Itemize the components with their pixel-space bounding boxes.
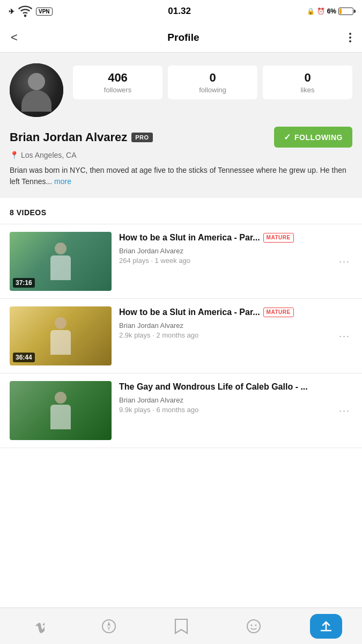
stats-row: 406 followers 0 following 0 likes bbox=[73, 65, 352, 99]
nav-bar: < Profile bbox=[0, 23, 362, 53]
video-item[interactable]: 36:44 How to be a Slut in America - Par.… bbox=[0, 299, 362, 374]
profile-top: 406 followers 0 following 0 likes bbox=[10, 63, 352, 117]
following-label: following bbox=[175, 86, 250, 94]
page-title: Profile bbox=[167, 32, 199, 43]
alarm-icon: ⏰ bbox=[317, 8, 325, 15]
videos-section: 8 VIDEOS 37:16 How to be a Slut in Ameri… bbox=[0, 198, 362, 448]
bottom-nav bbox=[0, 608, 362, 644]
face-icon bbox=[246, 618, 262, 634]
videos-header: 8 VIDEOS bbox=[0, 198, 362, 224]
video-more-button[interactable]: ··· bbox=[337, 328, 352, 344]
profile-location: 📍 Los Angeles, CA bbox=[10, 151, 352, 159]
wifi-icon bbox=[18, 3, 33, 20]
svg-marker-3 bbox=[107, 626, 110, 631]
video-info: How to be a Slut in America - Par... MAT… bbox=[119, 232, 329, 265]
battery-percent: 6% bbox=[327, 8, 336, 15]
svg-point-0 bbox=[25, 15, 26, 16]
stat-following[interactable]: 0 following bbox=[168, 65, 257, 99]
battery-icon bbox=[338, 8, 353, 15]
status-time: 01.32 bbox=[168, 6, 191, 17]
video-author: Brian Jordan Alvarez bbox=[119, 396, 329, 404]
video-thumbnail: 37:16 bbox=[10, 232, 112, 291]
video-author: Brian Jordan Alvarez bbox=[119, 247, 329, 255]
nav-library-button[interactable] bbox=[165, 613, 197, 640]
video-meta: 2.9k plays · 2 months ago bbox=[119, 331, 329, 339]
profile-bio: Brian was born in NYC, then moved at age… bbox=[10, 165, 352, 187]
location-pin-icon: 📍 bbox=[10, 151, 19, 159]
following-button[interactable]: ✓ FOLLOWING bbox=[274, 127, 352, 148]
following-count: 0 bbox=[175, 71, 250, 85]
video-info: How to be a Slut in America - Par... MAT… bbox=[119, 306, 329, 339]
bookmark-icon bbox=[174, 618, 188, 634]
compass-icon bbox=[101, 618, 117, 634]
airplane-icon: ✈ bbox=[9, 8, 14, 16]
video-duration: 37:16 bbox=[13, 278, 35, 288]
profile-name: Brian Jordan Alvarez bbox=[10, 130, 127, 144]
video-item[interactable]: 37:16 How to be a Slut in America - Par.… bbox=[0, 224, 362, 299]
nav-profile-button[interactable] bbox=[238, 613, 270, 640]
nav-explore-button[interactable] bbox=[93, 613, 125, 640]
bio-more-link[interactable]: more bbox=[54, 177, 71, 186]
video-meta: 9.9k plays · 6 months ago bbox=[119, 406, 329, 414]
svg-point-6 bbox=[255, 624, 256, 626]
profile-name-row: Brian Jordan Alvarez PRO ✓ FOLLOWING bbox=[10, 127, 352, 148]
stat-followers[interactable]: 406 followers bbox=[73, 65, 162, 99]
video-info: The Gay and Wondrous Life of Caleb Gallo… bbox=[119, 381, 329, 414]
mature-badge: MATURE bbox=[263, 308, 294, 317]
location-text: Los Angeles, CA bbox=[21, 151, 77, 159]
more-button[interactable] bbox=[349, 30, 351, 46]
likes-label: likes bbox=[270, 86, 345, 94]
video-title: How to be a Slut in America - Par... MAT… bbox=[119, 232, 329, 244]
avatar-image bbox=[10, 63, 63, 117]
profile-name-left: Brian Jordan Alvarez PRO bbox=[10, 130, 153, 144]
video-more-button[interactable]: ··· bbox=[337, 403, 352, 419]
thumb-person bbox=[47, 317, 74, 355]
svg-point-5 bbox=[250, 624, 252, 626]
status-left: ✈ VPN bbox=[9, 3, 53, 20]
video-duration: 36:44 bbox=[13, 353, 35, 362]
pro-badge: PRO bbox=[131, 133, 152, 142]
video-title: How to be a Slut in America - Par... MAT… bbox=[119, 306, 329, 318]
followers-label: followers bbox=[80, 86, 155, 94]
video-author: Brian Jordan Alvarez bbox=[119, 321, 329, 330]
check-icon: ✓ bbox=[284, 132, 291, 142]
followers-count: 406 bbox=[80, 71, 155, 85]
likes-count: 0 bbox=[270, 71, 345, 85]
status-right: 🔒 ⏰ 6% bbox=[307, 8, 353, 15]
vpn-badge: VPN bbox=[36, 8, 53, 16]
video-item[interactable]: The Gay and Wondrous Life of Caleb Gallo… bbox=[0, 374, 362, 448]
status-bar: ✈ VPN 01.32 🔒 ⏰ 6% bbox=[0, 0, 362, 23]
vimeo-icon bbox=[28, 618, 45, 634]
profile-section: 406 followers 0 following 0 likes Brian … bbox=[0, 53, 362, 198]
back-button[interactable]: < bbox=[11, 31, 18, 45]
video-title: The Gay and Wondrous Life of Caleb Gallo… bbox=[119, 381, 329, 393]
videos-title: 8 VIDEOS bbox=[10, 208, 47, 217]
thumb-person bbox=[47, 392, 74, 429]
video-thumbnail bbox=[10, 381, 112, 440]
svg-point-4 bbox=[247, 620, 260, 633]
video-more-button[interactable]: ··· bbox=[337, 254, 352, 269]
nav-upload-button[interactable] bbox=[310, 614, 342, 639]
stat-likes[interactable]: 0 likes bbox=[263, 65, 352, 99]
svg-marker-2 bbox=[107, 621, 110, 626]
video-thumbnail: 36:44 bbox=[10, 306, 112, 365]
video-meta: 264 plays · 1 week ago bbox=[119, 257, 329, 265]
nav-home-button[interactable] bbox=[20, 613, 53, 640]
thumb-bg bbox=[10, 381, 112, 440]
upload-icon bbox=[319, 619, 334, 634]
mature-badge: MATURE bbox=[263, 233, 294, 243]
following-button-label: FOLLOWING bbox=[294, 133, 343, 142]
lock-icon: 🔒 bbox=[307, 8, 315, 15]
thumb-person bbox=[47, 243, 74, 280]
avatar bbox=[10, 63, 63, 117]
